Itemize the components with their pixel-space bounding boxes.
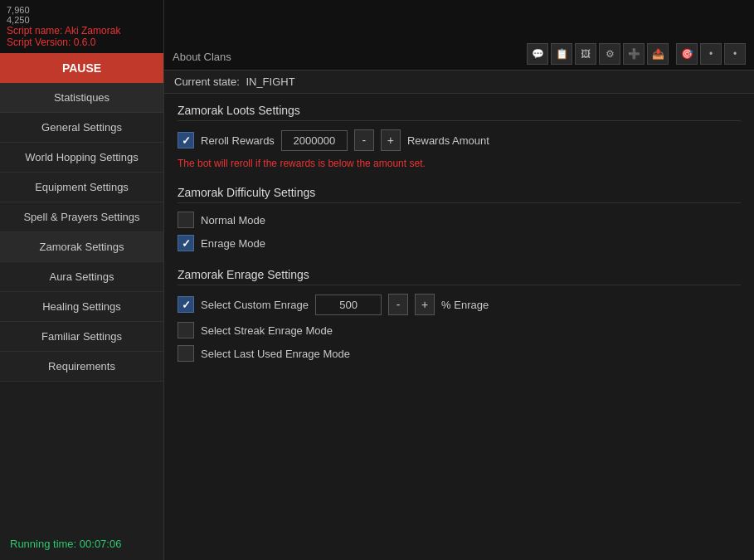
enrage-plus-button[interactable]: + <box>415 294 435 315</box>
dot-icon1[interactable]: • <box>700 43 722 65</box>
enrage-mode-checkbox[interactable] <box>178 235 194 251</box>
pause-button[interactable]: PAUSE <box>0 53 163 83</box>
sidebar-item-spell-prayers[interactable]: Spell & Prayers Settings <box>0 202 163 232</box>
sidebar-item-requirements[interactable]: Requirements <box>0 352 163 382</box>
inventory-icon[interactable]: 🖼 <box>575 43 596 65</box>
zamorak-difficulty-section: Zamorak Difficulty Settings Normal Mode … <box>178 186 741 251</box>
enrage-mode-label: Enrage Mode <box>201 237 265 250</box>
zamorak-enrage-section: Zamorak Enrage Settings Select Custom En… <box>178 268 741 362</box>
main-content: About Clans 💬 📋 🖼 ⚙ ➕ 📤 🎯 • • Current st… <box>164 0 754 560</box>
streak-enrage-row: Select Streak Enrage Mode <box>178 322 741 338</box>
top-bar-icons: 💬 📋 🖼 ⚙ ➕ 📤 🎯 • • <box>527 43 746 65</box>
normal-mode-row: Normal Mode <box>178 212 741 228</box>
sidebar-item-general[interactable]: General Settings <box>0 113 163 143</box>
reroll-info-text: The bot will reroll if the rewards is be… <box>178 158 741 169</box>
last-used-enrage-checkbox[interactable] <box>178 345 194 362</box>
streak-enrage-checkbox[interactable] <box>178 322 194 338</box>
streak-enrage-label: Select Streak Enrage Mode <box>201 324 333 337</box>
state-label: Current state: <box>174 75 240 88</box>
reroll-row: Reroll Rewards - + Rewards Amount <box>178 129 741 151</box>
enrage-mode-row: Enrage Mode <box>178 235 741 251</box>
state-bar: Current state: IN_FIGHT <box>164 71 754 94</box>
skills-icon[interactable]: 📋 <box>551 43 572 65</box>
zamorak-loots-title: Zamorak Loots Settings <box>178 104 741 121</box>
sidebar-item-equipment[interactable]: Equipment Settings <box>0 173 163 202</box>
custom-enrage-row: Select Custom Enrage - + % Enrage <box>178 294 741 315</box>
level: 4,250 <box>7 15 157 25</box>
amount-input[interactable] <box>281 130 348 151</box>
normal-mode-label: Normal Mode <box>201 214 265 226</box>
sidebar-item-aura[interactable]: Aura Settings <box>0 262 163 292</box>
amount-plus-button[interactable]: + <box>381 129 401 151</box>
reroll-label: Reroll Rewards <box>201 134 275 147</box>
sidebar-item-healing[interactable]: Healing Settings <box>0 292 163 322</box>
script-name: Script name: Aki Zamorak <box>7 25 157 37</box>
coords: 7,960 <box>7 5 157 15</box>
zamorak-difficulty-title: Zamorak Difficulty Settings <box>178 186 741 203</box>
custom-enrage-checkbox[interactable] <box>178 296 194 313</box>
main-scroll-area: Zamorak Loots Settings Reroll Rewards - … <box>164 94 754 560</box>
state-value: IN_FIGHT <box>246 75 294 88</box>
percent-enrage-label: % Enrage <box>441 299 489 311</box>
settings-icon[interactable]: ⚙ <box>599 43 620 65</box>
custom-enrage-label: Select Custom Enrage <box>201 299 309 311</box>
logout-icon[interactable]: 📤 <box>647 43 669 65</box>
zamorak-loots-section: Zamorak Loots Settings Reroll Rewards - … <box>178 104 741 169</box>
rewards-amount-label: Rewards Amount <box>407 134 489 147</box>
chat-icon[interactable]: 💬 <box>527 43 548 65</box>
enrage-input[interactable] <box>315 295 382 315</box>
zamorak-enrage-title: Zamorak Enrage Settings <box>178 268 741 285</box>
last-used-enrage-label: Select Last Used Enrage Mode <box>201 348 350 360</box>
script-version: Script Version: 0.6.0 <box>7 37 157 48</box>
amount-minus-button[interactable]: - <box>354 129 374 151</box>
dot-icon2[interactable]: • <box>724 43 746 65</box>
sidebar-item-familiar[interactable]: Familiar Settings <box>0 322 163 352</box>
about-clans-text: About Clans <box>173 51 231 63</box>
top-info: 7,960 4,250 Script name: Aki Zamorak Scr… <box>0 0 163 53</box>
reroll-checkbox[interactable] <box>178 132 194 149</box>
sidebar-item-world-hopping[interactable]: World Hopping Settings <box>0 143 163 173</box>
sidebar-item-zamorak[interactable]: Zamorak Settings <box>0 232 163 262</box>
add-icon[interactable]: ➕ <box>623 43 645 65</box>
normal-mode-checkbox[interactable] <box>178 212 194 228</box>
enrage-minus-button[interactable]: - <box>388 294 408 315</box>
map-icon[interactable]: 🎯 <box>676 43 698 65</box>
top-bar: About Clans 💬 📋 🖼 ⚙ ➕ 📤 🎯 • • <box>164 0 754 71</box>
sidebar: 7,960 4,250 Script name: Aki Zamorak Scr… <box>0 0 164 560</box>
statistiques-button[interactable]: Statistiques <box>0 83 163 113</box>
running-time: Running time: 00:07:06 <box>0 528 163 560</box>
last-used-enrage-row: Select Last Used Enrage Mode <box>178 345 741 362</box>
